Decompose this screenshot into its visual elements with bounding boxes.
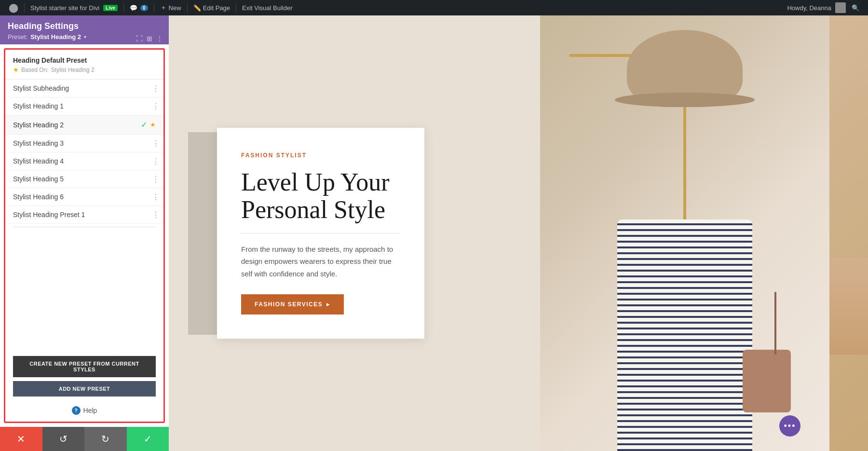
- exit-builder-label: Exit Visual Builder: [242, 4, 293, 12]
- preset-label-heading1: Stylist Heading 1: [13, 102, 156, 110]
- layout-icon[interactable]: ⊞: [147, 35, 152, 42]
- create-preset-button[interactable]: CREATE NEW PRESET FROM CURRENT STYLES: [13, 356, 156, 377]
- save-icon: ✓: [144, 433, 152, 445]
- preset-label-heading2: Stylist Heading 2: [13, 121, 141, 129]
- more-icon-preset1[interactable]: ⋮: [152, 210, 160, 219]
- more-options-icon[interactable]: ⋮: [156, 35, 163, 42]
- card-heading: Level Up Your Personal Style: [241, 168, 400, 223]
- preset-label-heading5: Stylist Heading 5: [13, 175, 156, 183]
- add-preset-button[interactable]: ADD NEW PRESET: [13, 381, 156, 396]
- exit-builder-link[interactable]: Exit Visual Builder: [237, 0, 298, 15]
- based-on-value: Stylist Heading 2: [51, 67, 95, 73]
- arrow-icon: ▸: [326, 301, 330, 308]
- main-content: FASHION STYLIST Level Up Your Personal S…: [169, 15, 868, 451]
- howdy-text: Howdy, Deanna: [787, 4, 831, 12]
- star-icon: ★: [13, 66, 19, 73]
- preset-box: Heading Default Preset ★ Based On: Styli…: [4, 48, 165, 423]
- star-active-icon[interactable]: ★: [150, 121, 156, 128]
- header-icons: ⛶ ⊞ ⋮: [136, 35, 163, 42]
- preset-item-heading5[interactable]: Stylist Heading 5 ⋮: [5, 170, 163, 188]
- hero-right: •••: [540, 15, 829, 451]
- bottom-toolbar: ✕ ↺ ↻ ✓: [0, 427, 169, 451]
- comment-icon: 💬: [130, 4, 137, 12]
- preset-item-heading1[interactable]: Stylist Heading 1 ⋮: [5, 97, 163, 115]
- hero-far-right: [829, 15, 868, 451]
- preset-list: Stylist Subheading ⋮ Stylist Heading 1 ⋮…: [5, 80, 163, 350]
- bag: [743, 350, 791, 412]
- floating-dots-button[interactable]: •••: [779, 415, 800, 437]
- pencil-icon: ✏️: [193, 4, 201, 12]
- card-body: From the runway to the streets, my appro…: [241, 243, 400, 280]
- howdy-label: Howdy, Deanna 🔍: [782, 0, 864, 15]
- new-label: New: [169, 4, 181, 12]
- panel-title: Heading Settings: [8, 21, 161, 31]
- heading-settings-panel: Heading Settings Preset: Stylist Heading…: [0, 15, 169, 427]
- shirt-body: [617, 219, 752, 451]
- more-icon-heading3[interactable]: ⋮: [152, 139, 160, 148]
- preset-item-heading2[interactable]: Stylist Heading 2 ✓ ★: [5, 115, 163, 135]
- fashion-services-button[interactable]: FASHION SERVICES ▸: [241, 294, 344, 314]
- avatar: [835, 2, 846, 13]
- new-button[interactable]: ＋ New: [155, 0, 186, 15]
- site-name[interactable]: Stylist starter site for Divi Live: [26, 0, 122, 15]
- preset-icons-heading2: ✓ ★: [141, 120, 156, 129]
- wp-logo[interactable]: ⬤: [4, 0, 23, 15]
- save-button[interactable]: ✓: [127, 427, 169, 451]
- redo-button[interactable]: ↻: [84, 427, 127, 451]
- preset-item-heading6[interactable]: Stylist Heading 6 ⋮: [5, 188, 163, 206]
- edit-page-link[interactable]: ✏️ Edit Page: [189, 0, 235, 15]
- admin-bar: ⬤ Stylist starter site for Divi Live 💬 0…: [0, 0, 868, 15]
- dots-icon: •••: [784, 421, 796, 431]
- help-label[interactable]: Help: [83, 407, 97, 414]
- content-card: FASHION STYLIST Level Up Your Personal S…: [217, 128, 424, 339]
- site-name-label: Stylist starter site for Divi: [30, 4, 99, 12]
- preset-label-heading3: Stylist Heading 3: [13, 139, 156, 147]
- plus-icon: ＋: [160, 3, 167, 12]
- card-divider: [241, 233, 400, 233]
- preset-label-heading4: Stylist Heading 4: [13, 157, 156, 165]
- based-on-row: ★ Based On: Stylist Heading 2: [13, 66, 156, 73]
- more-icon-heading1[interactable]: ⋮: [152, 102, 160, 111]
- redo-icon: ↻: [101, 433, 109, 445]
- more-icon-heading6[interactable]: ⋮: [152, 192, 160, 202]
- preset-label-text: Preset:: [8, 33, 27, 41]
- edit-page-label: Edit Page: [203, 4, 230, 12]
- chevron-down-icon[interactable]: ▾: [84, 34, 86, 40]
- partial-person: [829, 258, 868, 355]
- fullscreen-icon[interactable]: ⛶: [136, 35, 143, 42]
- default-preset-row: Heading Default Preset ★ Based On: Styli…: [5, 50, 163, 80]
- hero-section: FASHION STYLIST Level Up Your Personal S…: [169, 15, 868, 451]
- sidebar-header: Heading Settings Preset: Stylist Heading…: [0, 15, 169, 44]
- comment-count: 0: [140, 5, 148, 11]
- more-icon-heading5[interactable]: ⋮: [152, 175, 160, 184]
- preset-name-text: Stylist Heading 2: [30, 33, 81, 41]
- card-btn-label: FASHION SERVICES: [255, 301, 323, 308]
- bag-strap: [774, 292, 776, 355]
- preset-buttons: CREATE NEW PRESET FROM CURRENT STYLES AD…: [5, 350, 163, 400]
- help-row: ? Help: [5, 400, 163, 422]
- search-icon[interactable]: 🔍: [852, 4, 859, 12]
- fashion-image: [540, 15, 829, 451]
- close-icon: ✕: [17, 433, 25, 445]
- preset-item-heading3[interactable]: Stylist Heading 3 ⋮: [5, 135, 163, 152]
- preset-item-subheading[interactable]: Stylist Subheading ⋮: [5, 80, 163, 97]
- comments-link[interactable]: 💬 0: [125, 0, 153, 15]
- more-icon-heading4[interactable]: ⋮: [152, 157, 160, 166]
- undo-button[interactable]: ↺: [42, 427, 85, 451]
- preset-item-heading4[interactable]: Stylist Heading 4 ⋮: [5, 152, 163, 170]
- help-icon[interactable]: ?: [72, 406, 81, 415]
- preset-label-preset1: Stylist Heading Preset 1: [13, 211, 156, 219]
- based-on-label: Based On:: [21, 67, 49, 73]
- close-button[interactable]: ✕: [0, 427, 42, 451]
- preset-item-preset1[interactable]: Stylist Heading Preset 1 ⋮: [5, 206, 163, 224]
- undo-icon: ↺: [59, 433, 68, 445]
- wp-icon: ⬤: [9, 2, 18, 13]
- hat-brim: [615, 93, 755, 107]
- check-icon: ✓: [141, 120, 147, 129]
- preset-divider: [13, 227, 156, 227]
- default-preset-title: Heading Default Preset: [13, 56, 156, 64]
- heading-line1: Level Up Your: [241, 168, 390, 196]
- heading-line2: Personal Style: [241, 196, 385, 223]
- more-icon-subheading[interactable]: ⋮: [152, 84, 160, 93]
- card-subheading: FASHION STYLIST: [241, 152, 400, 159]
